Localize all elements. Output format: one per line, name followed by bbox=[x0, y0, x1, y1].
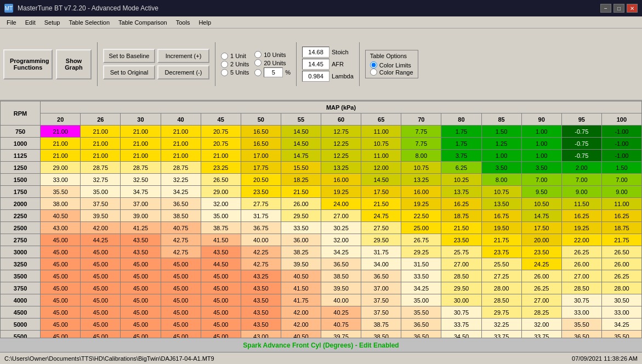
data-cell[interactable]: 32.25 bbox=[481, 318, 521, 331]
data-cell[interactable]: 22.00 bbox=[561, 234, 601, 246]
data-cell[interactable]: 35.00 bbox=[201, 210, 241, 222]
data-cell[interactable]: 33.75 bbox=[521, 331, 561, 338]
afr-value-input[interactable] bbox=[302, 59, 329, 70]
data-cell[interactable]: 45.00 bbox=[81, 282, 121, 294]
unit-custom-radio[interactable] bbox=[254, 69, 262, 76]
data-cell[interactable]: 45.00 bbox=[121, 258, 161, 270]
data-cell[interactable]: 15.50 bbox=[281, 162, 321, 174]
data-cell[interactable]: 10.25 bbox=[441, 174, 481, 186]
data-cell[interactable]: 45.00 bbox=[201, 331, 241, 338]
data-cell[interactable]: 21.50 bbox=[281, 186, 321, 198]
data-cell[interactable]: 42.00 bbox=[281, 306, 321, 318]
data-cell[interactable]: 16.50 bbox=[241, 126, 281, 138]
data-cell[interactable]: 27.00 bbox=[561, 270, 601, 282]
data-cell[interactable]: 41.50 bbox=[281, 282, 321, 294]
data-cell[interactable]: 30.00 bbox=[441, 294, 481, 306]
data-cell[interactable]: 26.25 bbox=[601, 270, 641, 282]
data-cell[interactable]: 16.25 bbox=[601, 210, 641, 222]
data-cell[interactable]: 44.50 bbox=[201, 258, 241, 270]
data-cell[interactable]: 21.00 bbox=[201, 150, 241, 162]
data-cell[interactable]: 43.50 bbox=[241, 306, 281, 318]
data-cell[interactable]: 12.25 bbox=[321, 138, 361, 150]
unit-5-radio[interactable] bbox=[221, 69, 228, 76]
data-cell[interactable]: 42.75 bbox=[161, 246, 201, 258]
data-cell[interactable]: 40.75 bbox=[321, 318, 361, 331]
unit-10-radio[interactable] bbox=[254, 51, 262, 58]
data-cell[interactable]: 3.50 bbox=[481, 162, 521, 174]
data-cell[interactable]: 23.25 bbox=[201, 162, 241, 174]
data-cell[interactable]: 45.00 bbox=[201, 282, 241, 294]
data-cell[interactable]: 30.75 bbox=[561, 294, 601, 306]
data-cell[interactable]: 25.50 bbox=[481, 258, 521, 270]
data-cell[interactable]: 13.25 bbox=[321, 162, 361, 174]
data-cell[interactable]: 1.50 bbox=[601, 162, 641, 174]
data-cell[interactable]: 3.50 bbox=[521, 162, 561, 174]
data-cell[interactable]: 10.75 bbox=[481, 186, 521, 198]
data-cell[interactable]: 11.00 bbox=[601, 198, 641, 210]
data-cell[interactable]: 1.25 bbox=[481, 138, 521, 150]
data-cell[interactable]: 20.00 bbox=[521, 234, 561, 246]
data-cell[interactable]: 28.00 bbox=[601, 282, 641, 294]
close-button[interactable]: ✕ bbox=[627, 4, 638, 13]
data-cell[interactable]: 19.50 bbox=[481, 222, 521, 234]
data-cell[interactable]: 38.50 bbox=[361, 331, 401, 338]
data-cell[interactable]: 40.75 bbox=[161, 222, 201, 234]
data-cell[interactable]: 45.00 bbox=[81, 306, 121, 318]
data-cell[interactable]: 1.00 bbox=[481, 150, 521, 162]
data-cell[interactable]: -0.75 bbox=[561, 138, 601, 150]
data-cell[interactable]: 34.25 bbox=[601, 318, 641, 331]
data-cell[interactable]: 36.50 bbox=[361, 270, 401, 282]
data-cell[interactable]: 45.00 bbox=[41, 270, 81, 282]
data-cell[interactable]: 45.00 bbox=[41, 306, 81, 318]
data-cell[interactable]: -0.75 bbox=[561, 126, 601, 138]
data-cell[interactable]: 20.75 bbox=[201, 138, 241, 150]
data-cell[interactable]: 41.50 bbox=[201, 234, 241, 246]
data-cell[interactable]: 14.50 bbox=[361, 174, 401, 186]
data-cell[interactable]: 40.50 bbox=[41, 210, 81, 222]
data-cell[interactable]: 39.50 bbox=[321, 282, 361, 294]
data-cell[interactable]: 40.25 bbox=[321, 306, 361, 318]
show-graph-button[interactable]: ShowGraph bbox=[56, 49, 92, 79]
data-cell[interactable]: 41.25 bbox=[121, 222, 161, 234]
data-cell[interactable]: 1.00 bbox=[521, 138, 561, 150]
menu-table-comparison[interactable]: Table Comparison bbox=[114, 18, 172, 27]
data-cell[interactable]: 42.00 bbox=[81, 222, 121, 234]
data-cell[interactable]: 42.25 bbox=[241, 246, 281, 258]
data-cell[interactable]: 16.75 bbox=[481, 210, 521, 222]
data-cell[interactable]: 27.00 bbox=[441, 258, 481, 270]
data-cell[interactable]: 39.50 bbox=[281, 258, 321, 270]
data-cell[interactable]: 37.50 bbox=[81, 198, 121, 210]
data-cell[interactable]: 43.25 bbox=[241, 270, 281, 282]
set-to-baseline-button[interactable]: Set to Baseline bbox=[103, 49, 155, 63]
stoich-value-input[interactable] bbox=[302, 47, 329, 58]
data-cell[interactable]: 34.25 bbox=[401, 282, 441, 294]
data-cell[interactable]: 16.00 bbox=[401, 186, 441, 198]
data-cell[interactable]: 10.50 bbox=[521, 198, 561, 210]
data-cell[interactable]: 45.00 bbox=[161, 306, 201, 318]
data-cell[interactable]: 21.00 bbox=[81, 138, 121, 150]
data-cell[interactable]: 8.00 bbox=[481, 174, 521, 186]
data-cell[interactable]: 26.00 bbox=[521, 270, 561, 282]
data-cell[interactable]: 45.00 bbox=[201, 270, 241, 282]
data-cell[interactable]: 26.00 bbox=[601, 258, 641, 270]
data-cell[interactable]: 21.50 bbox=[361, 198, 401, 210]
data-cell[interactable]: 45.00 bbox=[41, 318, 81, 331]
data-cell[interactable]: 32.00 bbox=[521, 318, 561, 331]
data-cell[interactable]: 28.50 bbox=[561, 282, 601, 294]
data-cell[interactable]: 45.00 bbox=[201, 306, 241, 318]
data-cell[interactable]: 45.00 bbox=[201, 294, 241, 306]
data-cell[interactable]: 43.50 bbox=[121, 246, 161, 258]
data-cell[interactable]: 9.00 bbox=[601, 186, 641, 198]
data-cell[interactable]: 43.00 bbox=[241, 331, 281, 338]
data-cell[interactable]: 45.00 bbox=[121, 306, 161, 318]
data-cell[interactable]: 7.75 bbox=[401, 126, 441, 138]
menu-help[interactable]: Help bbox=[194, 18, 215, 27]
data-cell[interactable]: 14.50 bbox=[281, 126, 321, 138]
data-cell[interactable]: 21.00 bbox=[161, 126, 201, 138]
data-cell[interactable]: 29.50 bbox=[281, 210, 321, 222]
data-cell[interactable]: 27.00 bbox=[321, 210, 361, 222]
color-range-radio[interactable] bbox=[370, 69, 377, 76]
data-cell[interactable]: 10.75 bbox=[361, 138, 401, 150]
data-cell[interactable]: -0.75 bbox=[561, 150, 601, 162]
data-cell[interactable]: 33.75 bbox=[441, 318, 481, 331]
